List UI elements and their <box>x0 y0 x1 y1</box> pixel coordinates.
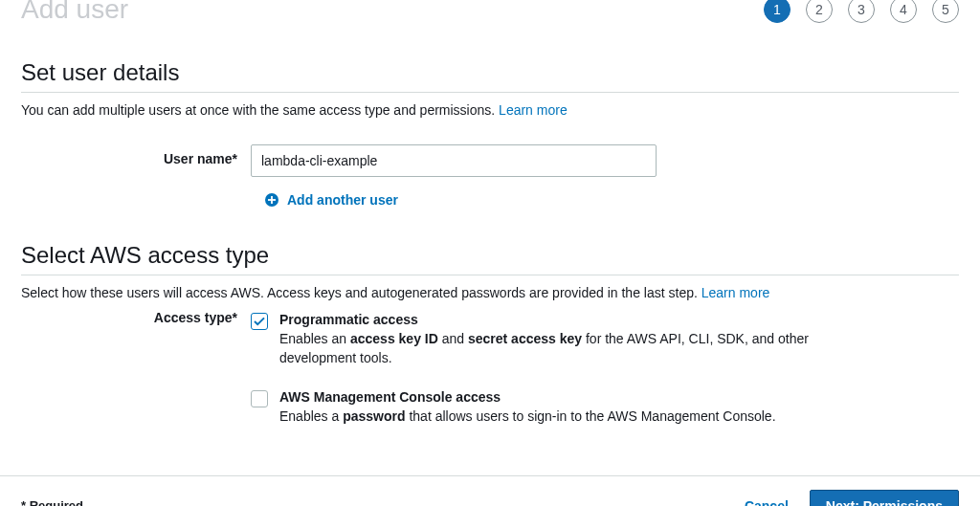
set-user-details-desc: You can add multiple users at once with … <box>21 102 959 118</box>
footer: * Required Cancel Next: Permissions <box>0 475 980 506</box>
next-permissions-button[interactable]: Next: Permissions <box>810 490 959 506</box>
access-option-programmatic[interactable]: Programmatic access Enables an access ke… <box>251 312 959 368</box>
page-title: Add user <box>21 0 128 25</box>
user-name-row: User name* <box>21 144 959 177</box>
access-type-desc: Select how these users will access AWS. … <box>21 285 959 300</box>
access-type-title: Select AWS access type <box>21 242 959 269</box>
set-user-details-title: Set user details <box>21 59 959 86</box>
required-note: * Required <box>21 498 83 506</box>
access-option-desc: Enables an access key ID and secret acce… <box>279 329 815 368</box>
user-name-label: User name* <box>21 144 251 166</box>
wizard-step-1[interactable]: 1 <box>764 0 791 23</box>
add-another-user-link[interactable]: Add another user <box>287 192 398 208</box>
access-type-row: Access type* Programmatic access Enables… <box>21 308 959 426</box>
wizard-step-5[interactable]: 5 <box>932 0 959 23</box>
access-option-title: AWS Management Console access <box>279 389 776 405</box>
set-user-details-desc-text: You can add multiple users at once with … <box>21 102 495 118</box>
wizard-step-4[interactable]: 4 <box>890 0 917 23</box>
access-option-desc: Enables a password that allows users to … <box>279 407 776 426</box>
divider <box>21 275 959 275</box>
access-type-label: Access type* <box>21 308 251 325</box>
learn-more-link[interactable]: Learn more <box>702 285 770 300</box>
access-type-desc-text: Select how these users will access AWS. … <box>21 285 698 300</box>
checkbox-icon[interactable] <box>251 313 268 330</box>
wizard-steps: 1 2 3 4 5 <box>764 0 959 23</box>
wizard-step-3[interactable]: 3 <box>848 0 875 23</box>
divider <box>21 92 959 93</box>
access-option-console[interactable]: AWS Management Console access Enables a … <box>251 389 959 426</box>
access-option-title: Programmatic access <box>279 312 815 327</box>
plus-circle-icon <box>264 192 279 208</box>
add-another-user-row[interactable]: Add another user <box>264 192 959 208</box>
user-name-input[interactable] <box>251 144 657 177</box>
learn-more-link[interactable]: Learn more <box>499 102 568 118</box>
cancel-button[interactable]: Cancel <box>739 497 794 506</box>
svg-rect-2 <box>268 199 276 201</box>
header-row: Add user 1 2 3 4 5 <box>21 0 959 25</box>
wizard-step-2[interactable]: 2 <box>806 0 833 23</box>
checkbox-icon[interactable] <box>251 390 268 407</box>
